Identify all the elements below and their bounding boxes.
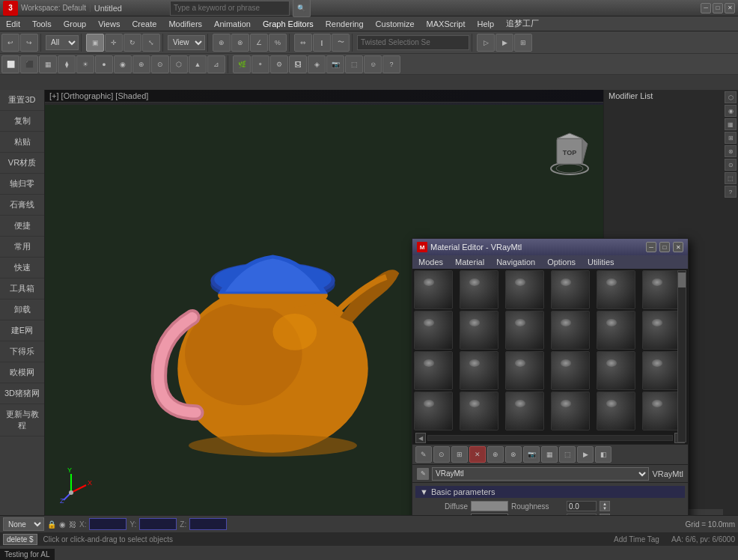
mat-tool-checker[interactable]: ▦ [541,446,558,463]
sphere-scroll-thumb[interactable] [678,273,686,287]
sphere-1[interactable] [414,270,453,309]
mat-tool-camera[interactable]: 📷 [523,446,540,463]
tool-align[interactable]: ⫿ [313,34,331,52]
tool-cam2[interactable]: ⬚ [345,55,363,73]
sidebar-update[interactable]: 更新与教程 [0,404,44,436]
sidebar-plaster[interactable]: 石膏线 [0,195,44,216]
diffuse-color-swatch[interactable] [471,501,508,511]
sidebar-reset3d[interactable]: 重置3D [0,90,44,111]
tool-light2[interactable]: ● [95,55,113,73]
sphere-6[interactable] [642,270,681,309]
tool-light1[interactable]: ☀ [76,55,94,73]
tool-render2[interactable]: ▶ [495,34,513,52]
mat-menu-utilities[interactable]: Utilities [582,257,620,267]
tool-create1[interactable]: ⬜ [1,55,19,73]
tool-move[interactable]: ✛ [105,34,123,52]
mat-tool-opt1[interactable]: ◧ [595,446,612,463]
sphere-8[interactable] [460,311,498,350]
tool-percent[interactable]: % [269,34,287,52]
close-button[interactable]: ✕ [725,3,735,13]
tool-create2[interactable]: ⬛ [20,55,38,73]
select-mode[interactable]: All [46,35,79,50]
y-input[interactable] [139,518,177,530]
menu-modifiers[interactable]: Modifiers [162,18,208,30]
tool-helper1[interactable]: ⊕ [132,55,150,73]
sidebar-quick[interactable]: 便捷 [0,216,44,237]
right-icon-1[interactable]: ⬡ [725,91,737,103]
sidebar-toolbox[interactable]: 工具箱 [0,279,44,299]
mat-tool-delete[interactable]: ✕ [469,446,486,463]
tool-sys3[interactable]: ◈ [308,55,326,73]
sphere-7[interactable] [414,311,453,350]
sphere-13[interactable] [414,351,453,390]
tool-render1[interactable]: ▷ [477,34,495,52]
scroll-left-arrow[interactable]: ◀ [415,433,426,443]
nav-cube[interactable]: TOP [543,127,588,172]
mat-tool-vid[interactable]: ▶ [577,446,594,463]
tool-light3[interactable]: ◉ [114,55,132,73]
sidebar-jiane[interactable]: 建E网 [0,320,44,341]
right-icon-6[interactable]: ⊙ [725,159,737,171]
tool-help1[interactable]: ? [382,55,400,73]
right-icon-5[interactable]: ⊗ [725,145,737,157]
sidebar-paste[interactable]: 粘贴 [0,132,44,153]
tool-helper2[interactable]: ⊙ [151,55,169,73]
mat-minimize-btn[interactable]: ─ [646,242,656,252]
sphere-17[interactable] [597,351,635,390]
right-icon-8[interactable]: ? [725,186,737,198]
sphere-12[interactable] [642,311,681,350]
mat-menu-navigation[interactable]: Navigation [490,257,541,267]
sphere-23[interactable] [597,392,635,430]
tool-snap2[interactable]: ⊗ [231,34,249,52]
tool-cam1[interactable]: 📷 [326,55,344,73]
search-input[interactable] [170,1,290,16]
menu-animation[interactable]: Animation [208,18,257,30]
sphere-18[interactable] [642,351,681,390]
right-icon-4[interactable]: ⊞ [725,132,737,144]
sphere-3[interactable] [505,270,544,309]
tool-sys2[interactable]: ⛾ [289,55,307,73]
search-button[interactable]: 🔍 [293,0,311,17]
sphere-15[interactable] [505,351,544,390]
tool-geom2[interactable]: ▲ [189,55,207,73]
mat-close-btn[interactable]: ✕ [673,242,683,252]
sphere-vscrollbar[interactable] [677,270,686,442]
tool-sys1[interactable]: ⚙ [270,55,288,73]
tool-snap1[interactable]: ⊕ [213,34,231,52]
tool-rotate[interactable]: ↻ [123,34,141,52]
menu-group[interactable]: Group [58,18,93,30]
sphere-22[interactable] [551,392,590,430]
roughness-spinner[interactable]: ▲ ▼ [600,501,610,511]
x-input[interactable] [89,518,126,530]
coord-type-select[interactable]: None [3,517,44,531]
menu-rendering[interactable]: Rendering [320,18,370,30]
menu-customize[interactable]: Customize [370,18,421,30]
mat-menu-material[interactable]: Material [449,257,490,267]
tool-mirror[interactable]: ⇔ [294,34,312,52]
sphere-11[interactable] [597,311,635,350]
mat-tool-pick[interactable]: ✎ [415,446,432,463]
sphere-21[interactable] [505,392,544,430]
sidebar-oumu[interactable]: 欧模网 [0,362,44,383]
sidebar-unload[interactable]: 卸载 [0,299,44,320]
sphere-19[interactable] [414,392,453,430]
sidebar-axis[interactable]: 轴归零 [0,174,44,195]
delete-button[interactable]: delete $ [3,534,37,545]
menu-views[interactable]: Views [92,18,126,30]
sidebar-copy[interactable]: 复制 [0,111,44,132]
tool-angle[interactable]: ∠ [250,34,268,52]
restore-button[interactable]: □ [713,3,723,13]
right-icon-3[interactable]: ▦ [725,118,737,130]
sphere-2[interactable] [460,270,498,309]
tool-geom3[interactable]: ⊿ [207,55,225,73]
minimize-button[interactable]: ─ [701,3,711,13]
add-time-tag[interactable]: Add Time Tag [614,535,659,544]
z-input[interactable] [189,518,227,530]
mat-tool-bg[interactable]: ⬚ [559,446,576,463]
tool-create3[interactable]: ▦ [39,55,57,73]
sphere-5[interactable] [597,270,635,309]
sphere-24[interactable] [642,392,681,430]
mat-menu-options[interactable]: Options [541,257,582,267]
roughness-input[interactable]: 0.0 [567,501,597,511]
sphere-16[interactable] [551,351,590,390]
